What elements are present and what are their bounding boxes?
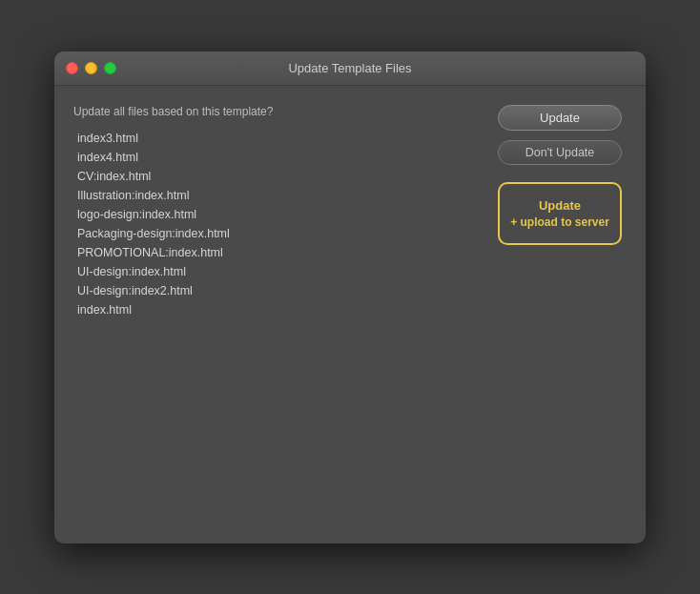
list-item: Illustration:index.html — [73, 187, 474, 204]
prompt-text: Update all files based on this template? — [73, 105, 474, 118]
file-list: index3.htmlindex4.htmlCV:index.htmlIllus… — [73, 130, 474, 318]
update-upload-line2: + upload to server — [509, 215, 610, 231]
traffic-lights — [66, 62, 116, 74]
maximize-button[interactable] — [104, 62, 116, 74]
actions-area: Update Don't Update Update + upload to s… — [493, 105, 627, 524]
update-button[interactable]: Update — [498, 105, 622, 131]
close-button[interactable] — [66, 62, 78, 74]
titlebar: Update Template Files — [54, 51, 646, 86]
file-list-area: Update all files based on this template?… — [73, 105, 474, 524]
minimize-button[interactable] — [85, 62, 97, 74]
dont-update-button[interactable]: Don't Update — [498, 140, 622, 165]
list-item: index.html — [73, 301, 474, 318]
list-item: index3.html — [73, 130, 474, 147]
dialog-window: Update Template Files Update all files b… — [54, 51, 646, 543]
content-area: Update all files based on this template?… — [54, 86, 646, 543]
window-title: Update Template Files — [288, 61, 411, 75]
update-upload-button[interactable]: Update + upload to server — [498, 182, 622, 246]
list-item: UI-design:index.html — [73, 263, 474, 280]
list-item: Packaging-design:index.html — [73, 225, 474, 242]
list-item: PROMOTIONAL:index.html — [73, 244, 474, 261]
update-upload-line1: Update — [509, 197, 610, 215]
list-item: CV:index.html — [73, 168, 474, 185]
list-item: logo-design:index.html — [73, 206, 474, 223]
list-item: index4.html — [73, 149, 474, 166]
list-item: UI-design:index2.html — [73, 282, 474, 299]
